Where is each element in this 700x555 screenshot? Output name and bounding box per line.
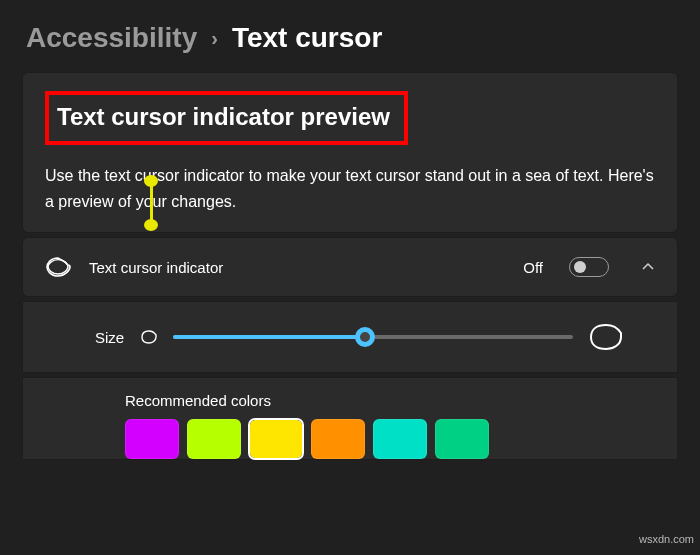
size-slider-thumb[interactable] <box>355 327 375 347</box>
colors-label: Recommended colors <box>45 392 655 409</box>
color-swatch[interactable] <box>187 419 241 459</box>
size-max-icon <box>587 322 625 352</box>
breadcrumb: Accessibility › Text cursor <box>0 0 700 72</box>
toggle-state-label: Off <box>523 259 543 276</box>
size-label: Size <box>45 329 125 346</box>
chevron-right-icon: › <box>211 27 218 50</box>
preview-desc-segment: preview of your changes. <box>54 193 236 210</box>
cursor-indicator-icon <box>45 256 71 278</box>
colors-row: Recommended colors <box>22 377 678 460</box>
chevron-up-icon[interactable] <box>641 260 655 274</box>
preview-title-highlight: Text cursor indicator preview <box>45 91 408 145</box>
color-swatch[interactable] <box>249 419 303 459</box>
preview-desc-segment: Use the text cu <box>45 167 152 184</box>
breadcrumb-parent[interactable]: Accessibility <box>26 22 197 54</box>
indicator-toggle-label: Text cursor indicator <box>89 259 223 276</box>
size-row: Size <box>22 301 678 373</box>
preview-title: Text cursor indicator preview <box>57 103 390 131</box>
watermark: wsxdn.com <box>639 533 694 545</box>
color-swatch[interactable] <box>373 419 427 459</box>
size-min-icon <box>139 329 159 345</box>
size-slider[interactable] <box>173 335 573 339</box>
indicator-toggle-row[interactable]: Text cursor indicator Off <box>22 237 678 297</box>
preview-panel: Text cursor indicator preview Use the te… <box>22 72 678 233</box>
color-swatch-strip <box>45 419 655 459</box>
color-swatch[interactable] <box>435 419 489 459</box>
preview-description: Use the text cursor indicator to make yo… <box>45 163 655 214</box>
breadcrumb-current: Text cursor <box>232 22 382 54</box>
color-swatch[interactable] <box>125 419 179 459</box>
size-slider-fill <box>173 335 365 339</box>
color-swatch[interactable] <box>311 419 365 459</box>
indicator-toggle[interactable] <box>569 257 609 277</box>
